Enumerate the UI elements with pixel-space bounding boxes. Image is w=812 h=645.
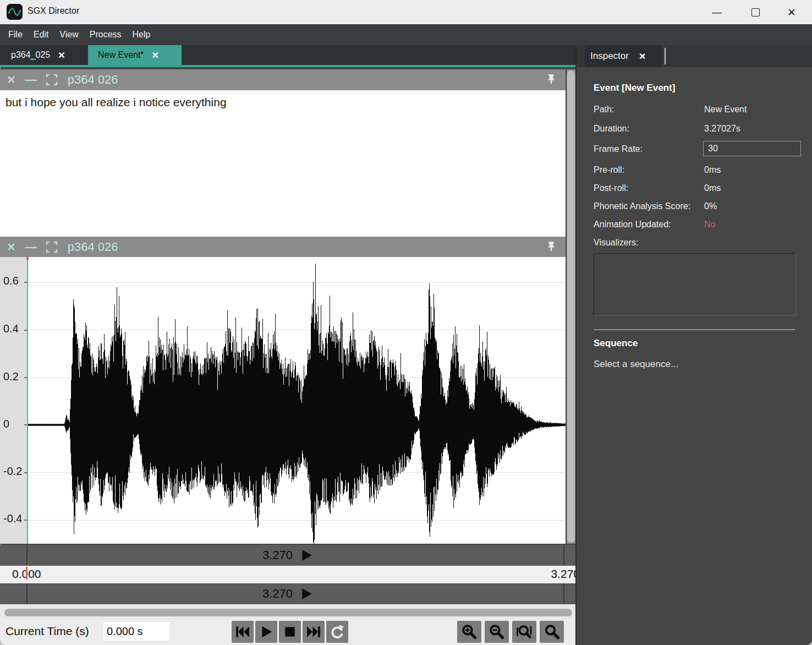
- waveform-canvas[interactable]: [28, 257, 566, 544]
- pin-icon[interactable]: [545, 240, 558, 254]
- y-tick: 0.2: [3, 370, 19, 383]
- field-label: Phonetic Analysis Score:: [594, 201, 690, 211]
- window-maximize-button[interactable]: [743, 3, 768, 21]
- visualizers-list[interactable]: [594, 253, 796, 316]
- range-handle-right[interactable]: [563, 545, 564, 566]
- menu-process[interactable]: Process: [84, 30, 127, 40]
- field-path: Path: New Event: [594, 105, 803, 114]
- current-time-label: Current Time (s): [6, 625, 89, 638]
- maximize-icon: [751, 8, 760, 17]
- ruler-end-time: 3.270: [551, 567, 576, 581]
- field-label: Visualizers:: [594, 238, 639, 247]
- transcript-panel[interactable]: but i hope you all realize i notice ever…: [0, 90, 566, 237]
- field-visualizers: Visualizers:: [594, 238, 803, 248]
- stop-icon: [283, 625, 297, 639]
- zoom-selection-button[interactable]: [540, 621, 564, 643]
- inspector-panel: Event [New Event] Path: New Event Durati…: [577, 67, 812, 645]
- app-title: SGX Director: [28, 6, 79, 16]
- inspector-heading: Event [New Event]: [594, 83, 675, 94]
- zoom-out-button[interactable]: [485, 621, 509, 643]
- app-window: SGX Director — ✕ File Edit View Process …: [0, 0, 812, 645]
- panel-title: p364 026: [68, 73, 118, 87]
- y-tick: 0: [3, 418, 9, 430]
- tab-close-icon[interactable]: ✕: [152, 50, 159, 61]
- timeline-range-bar-bottom[interactable]: 3.270: [0, 583, 576, 604]
- horizontal-scrollbar[interactable]: [0, 604, 576, 619]
- y-tick: -0.4: [3, 512, 22, 525]
- menu-bar: File Edit View Process Help: [0, 24, 812, 45]
- window-minimize-button[interactable]: —: [704, 3, 729, 21]
- title-bar: SGX Director — ✕: [0, 0, 812, 24]
- field-value: 3.27027s: [704, 124, 740, 134]
- skip-to-end-icon: [306, 625, 321, 639]
- transcript-panel-header: ✕ — p364 026: [0, 69, 566, 90]
- range-end-time: 3.270: [262, 548, 293, 562]
- sequence-heading: Sequence: [594, 338, 638, 349]
- play-button[interactable]: [255, 621, 277, 643]
- frame-rate-input[interactable]: [703, 141, 801, 156]
- current-time-input[interactable]: [103, 622, 169, 641]
- inspector-tab-strip: Inspector ✕: [577, 45, 812, 67]
- sequence-placeholder: Select a sequence...: [594, 359, 678, 370]
- panel-close-icon[interactable]: ✕: [7, 73, 16, 86]
- tab-separator: [665, 48, 666, 64]
- y-tick: 0.4: [3, 322, 19, 335]
- skip-to-end-button[interactable]: [303, 621, 325, 643]
- vertical-scrollbar-thumb[interactable]: [567, 70, 575, 543]
- range-handle-left[interactable]: [26, 545, 28, 566]
- window-close-button[interactable]: ✕: [779, 3, 804, 21]
- skip-to-start-icon: [235, 625, 250, 639]
- range-handle-left[interactable]: [26, 583, 28, 604]
- timeline-range-bar-top[interactable]: 3.270: [0, 545, 576, 566]
- field-animation-updated: Animation Updated: No: [594, 220, 803, 229]
- menu-view[interactable]: View: [54, 30, 84, 40]
- field-pre-roll: Pre-roll: 0ms: [594, 165, 803, 175]
- panel-minimize-icon[interactable]: —: [25, 73, 37, 87]
- range-handle-right[interactable]: [563, 583, 564, 604]
- panel-title: p364 026: [68, 240, 118, 254]
- skip-to-start-button[interactable]: [232, 621, 254, 643]
- field-value: 0ms: [704, 165, 721, 175]
- waveform-y-axis: 0.6 0.4 0.2 0 -0.2 -0.4: [0, 257, 28, 544]
- playhead-marker: [26, 257, 29, 260]
- field-post-roll: Post-roll: 0ms: [594, 183, 803, 193]
- field-value: New Event: [704, 105, 747, 114]
- stop-button[interactable]: [279, 621, 301, 643]
- transcript-text: but i hope you all realize i notice ever…: [6, 96, 227, 109]
- playhead-line[interactable]: [27, 257, 28, 544]
- timeline-ruler[interactable]: 0.000 3.270: [0, 566, 576, 583]
- y-tick: -0.2: [3, 465, 22, 478]
- waveform-panel[interactable]: 0.6 0.4 0.2 0 -0.2 -0.4: [0, 257, 566, 544]
- ruler-playhead-tick[interactable]: [26, 567, 28, 580]
- zoom-in-button[interactable]: [457, 621, 481, 643]
- zoom-in-icon: [461, 624, 478, 640]
- section-divider: [594, 329, 795, 330]
- field-value: 0ms: [704, 183, 721, 193]
- horizontal-scrollbar-thumb[interactable]: [4, 609, 572, 616]
- field-value: 0%: [704, 201, 717, 211]
- menu-help[interactable]: Help: [127, 30, 156, 40]
- zoom-fit-button[interactable]: [512, 621, 536, 643]
- loop-refresh-button[interactable]: [326, 621, 348, 643]
- document-tab-strip: p364_025 ✕ New Event* ✕: [0, 45, 576, 67]
- tab-p364-025[interactable]: p364_025 ✕: [0, 45, 81, 65]
- panel-expand-icon[interactable]: [46, 74, 58, 86]
- tab-new-event[interactable]: New Event* ✕: [88, 45, 182, 65]
- field-label: Path:: [594, 105, 614, 114]
- tab-inspector[interactable]: Inspector ✕: [585, 45, 662, 67]
- panel-minimize-icon[interactable]: —: [25, 240, 37, 254]
- tab-close-icon[interactable]: ✕: [639, 51, 646, 62]
- play-icon[interactable]: [299, 587, 314, 601]
- panel-expand-icon[interactable]: [46, 241, 58, 253]
- vertical-scrollbar[interactable]: [567, 69, 575, 544]
- play-icon: [259, 625, 273, 639]
- play-icon[interactable]: [299, 548, 314, 562]
- menu-file[interactable]: File: [3, 30, 28, 40]
- field-phonetic-score: Phonetic Analysis Score: 0%: [594, 201, 803, 211]
- menu-edit[interactable]: Edit: [28, 30, 54, 40]
- tab-close-icon[interactable]: ✕: [58, 50, 65, 61]
- y-tick: 0.6: [3, 275, 19, 287]
- pin-icon[interactable]: [545, 73, 558, 86]
- panel-close-icon[interactable]: ✕: [7, 240, 16, 254]
- field-value: No: [704, 220, 715, 229]
